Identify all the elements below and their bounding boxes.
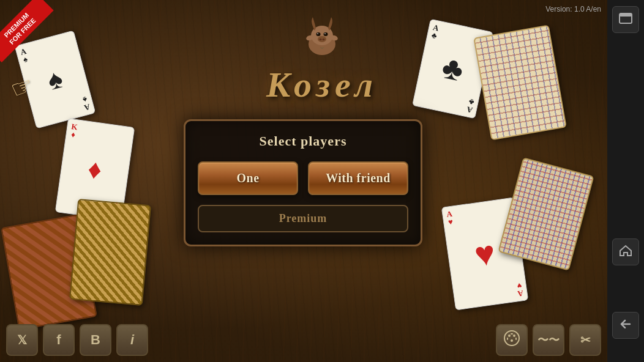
info-button[interactable]: i: [116, 324, 148, 356]
premium-ribbon-text: PREMIUM FOR FREE: [0, 0, 53, 62]
home-icon: [618, 243, 633, 261]
info-icon: i: [130, 332, 134, 348]
goat-icon: [298, 12, 346, 61]
svg-rect-16: [507, 338, 508, 340]
dialog: Select players One With friend Premium: [184, 119, 422, 246]
home-button[interactable]: [612, 238, 639, 265]
back-button[interactable]: [612, 312, 639, 339]
window-icon: [618, 12, 633, 28]
svg-rect-15: [511, 333, 513, 334]
facebook-icon: f: [56, 332, 61, 348]
window-button[interactable]: [612, 6, 639, 33]
dialog-title: Select players: [198, 133, 408, 149]
gamepad-button[interactable]: [496, 324, 528, 356]
bottom-toolbar-left: 𝕏 f B i: [6, 324, 148, 356]
twitter-icon: 𝕏: [17, 333, 27, 347]
svg-rect-19: [620, 13, 632, 17]
svg-point-5: [324, 33, 326, 34]
svg-point-13: [513, 334, 515, 337]
svg-point-12: [508, 334, 511, 337]
premium-button[interactable]: Premium: [198, 205, 408, 232]
bottom-toolbar-right: 〜〜 ✂: [496, 324, 601, 356]
one-player-button[interactable]: One: [198, 161, 298, 195]
blogger-icon: B: [91, 332, 100, 348]
player-buttons-container: One With friend: [198, 161, 408, 195]
wave-icon: 〜〜: [537, 333, 560, 347]
wave-button[interactable]: 〜〜: [533, 324, 564, 356]
svg-point-8: [323, 39, 325, 40]
premium-ribbon[interactable]: PREMIUM FOR FREE: [0, 0, 67, 67]
twitter-button[interactable]: 𝕏: [6, 324, 38, 356]
svg-point-6: [318, 36, 326, 42]
sidebar: [607, 0, 644, 362]
logo-area: [298, 12, 346, 61]
back-icon: [618, 317, 633, 334]
card-plaid-bottom-left-2: [69, 199, 151, 306]
svg-point-3: [324, 32, 328, 36]
svg-point-4: [317, 33, 318, 34]
svg-point-7: [320, 39, 322, 40]
version-label: Version: 1.0 A/en: [545, 5, 601, 13]
tools-button[interactable]: ✂: [569, 324, 601, 356]
with-friend-button[interactable]: With friend: [308, 161, 408, 195]
blogger-button[interactable]: B: [80, 324, 111, 356]
svg-point-14: [511, 339, 513, 342]
gamepad-icon: [503, 330, 520, 350]
svg-point-2: [316, 32, 321, 36]
svg-point-11: [504, 331, 519, 345]
tools-icon: ✂: [580, 333, 591, 347]
game-title: Козел: [266, 64, 378, 105]
svg-rect-17: [515, 338, 517, 340]
facebook-button[interactable]: f: [43, 324, 75, 356]
